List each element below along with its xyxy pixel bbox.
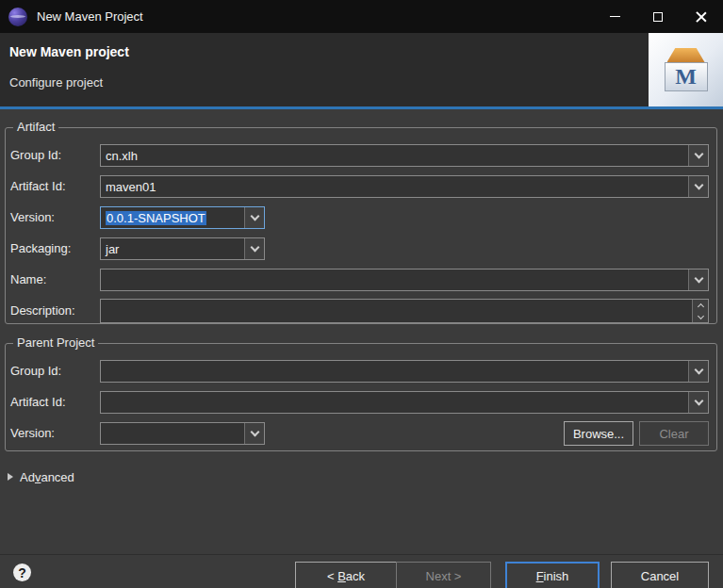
eclipse-window-icon	[8, 8, 27, 26]
chevron-down-icon	[694, 366, 703, 375]
chevron-down-icon	[694, 181, 703, 190]
close-button[interactable]	[680, 0, 723, 33]
parent-group-id-label: Group Id:	[10, 360, 61, 383]
triangle-right-icon	[8, 473, 13, 481]
version-value[interactable]: 0.0.1-SNAPSHOT	[101, 207, 244, 228]
name-value[interactable]	[101, 270, 688, 290]
chevron-down-icon	[694, 150, 703, 159]
artifact-name-row: Name:	[6, 269, 716, 291]
chevron-down-icon	[697, 312, 703, 318]
parent-group-id-dropdown-button[interactable]	[688, 361, 708, 382]
artifact-artifact-id-row: Artifact Id: maven01	[6, 175, 716, 198]
version-label: Version:	[10, 206, 55, 229]
chevron-down-icon	[250, 212, 259, 221]
next-button[interactable]: Next >	[396, 562, 491, 588]
parent-artifact-id-combo[interactable]	[100, 391, 709, 414]
maximize-button[interactable]	[636, 0, 680, 33]
packaging-label: Packaging:	[10, 237, 71, 260]
window-controls	[593, 0, 723, 33]
header-accent-line	[0, 106, 723, 109]
question-mark-icon: ?	[18, 565, 26, 580]
footer-separator	[0, 554, 723, 555]
parent-artifact-id-value[interactable]	[101, 392, 688, 413]
parent-group-id-row: Group Id:	[6, 360, 716, 383]
parent-version-combo[interactable]	[100, 422, 265, 445]
description-scrollbar[interactable]	[692, 300, 708, 322]
chevron-down-icon	[694, 397, 703, 406]
minimize-button[interactable]	[593, 0, 636, 33]
selected-text: 0.0.1-SNAPSHOT	[106, 211, 206, 225]
artifact-packaging-row: Packaging: jar	[6, 237, 716, 260]
packaging-combo[interactable]: jar	[100, 237, 265, 260]
name-dropdown-button[interactable]	[688, 270, 708, 290]
minimize-icon	[610, 16, 620, 17]
artifact-group-id-row: Group Id: cn.xlh	[6, 144, 716, 167]
parent-artifact-id-dropdown-button[interactable]	[688, 392, 708, 413]
packaging-dropdown-button[interactable]	[244, 238, 264, 259]
maximize-icon	[653, 12, 663, 22]
description-field[interactable]	[100, 299, 709, 323]
version-combo[interactable]: 0.0.1-SNAPSHOT	[100, 206, 265, 229]
artifact-id-dropdown-button[interactable]	[688, 176, 708, 197]
wizard-title: New Maven project	[9, 44, 129, 59]
name-combo[interactable]	[100, 269, 709, 291]
group-id-value[interactable]: cn.xlh	[101, 145, 688, 166]
artifact-version-row: Version: 0.0.1-SNAPSHOT	[6, 206, 716, 229]
parent-group-id-combo[interactable]	[100, 360, 709, 383]
back-button[interactable]: < Back	[295, 562, 397, 588]
name-label: Name:	[10, 269, 46, 291]
wizard-banner: M	[649, 33, 723, 106]
scroll-up-button[interactable]	[693, 300, 708, 311]
wizard-header: New Maven project Configure project M	[0, 33, 723, 106]
maven-lid-shape	[667, 48, 705, 62]
parent-artifact-id-label: Artifact Id:	[10, 391, 66, 414]
description-value[interactable]	[101, 300, 692, 322]
window-title: New Maven Project	[37, 9, 143, 24]
group-id-combo[interactable]: cn.xlh	[100, 144, 709, 167]
clear-button[interactable]: Clear	[639, 421, 709, 446]
advanced-label: Advanced	[20, 470, 74, 484]
artifact-group: Artifact Group Id: cn.xlh Artifact Id: m…	[5, 127, 717, 324]
parent-project-group-label: Parent Project	[13, 335, 98, 350]
chevron-down-icon	[250, 243, 259, 253]
cancel-button[interactable]: Cancel	[611, 562, 709, 588]
maven-face-shape: M	[665, 62, 708, 91]
title-bar: New Maven Project	[0, 0, 723, 33]
parent-version-dropdown-button[interactable]	[244, 423, 264, 444]
parent-artifact-id-row: Artifact Id:	[6, 391, 716, 414]
help-button[interactable]: ?	[13, 564, 31, 581]
version-dropdown-button[interactable]	[244, 207, 264, 228]
advanced-toggle[interactable]: Advanced	[8, 468, 74, 485]
maven-logo-icon: M	[664, 48, 709, 91]
group-id-label: Group Id:	[10, 144, 61, 167]
finish-button[interactable]: Finish	[505, 562, 600, 588]
close-icon	[696, 11, 707, 23]
parent-version-row: Version: Browse... Clear	[6, 422, 716, 445]
artifact-id-value[interactable]: maven01	[101, 176, 688, 197]
packaging-value[interactable]: jar	[101, 238, 244, 259]
artifact-id-label: Artifact Id:	[10, 175, 66, 198]
browse-button[interactable]: Browse...	[564, 421, 633, 446]
group-id-dropdown-button[interactable]	[688, 145, 708, 166]
artifact-group-label: Artifact	[13, 120, 58, 134]
scroll-down-button[interactable]	[693, 311, 708, 322]
chevron-up-icon	[697, 303, 703, 310]
chevron-down-icon	[250, 428, 259, 437]
maven-letter: M	[675, 64, 697, 90]
parent-version-label: Version:	[10, 422, 55, 445]
artifact-id-combo[interactable]: maven01	[100, 175, 709, 198]
description-label: Description:	[10, 299, 75, 323]
chevron-down-icon	[694, 274, 703, 284]
parent-group-id-value[interactable]	[101, 361, 688, 382]
wizard-subtitle: Configure project	[9, 75, 103, 90]
artifact-description-row: Description:	[6, 299, 716, 323]
parent-project-group: Parent Project Group Id: Artifact Id: Ve…	[5, 343, 717, 451]
parent-version-value[interactable]	[101, 423, 244, 444]
